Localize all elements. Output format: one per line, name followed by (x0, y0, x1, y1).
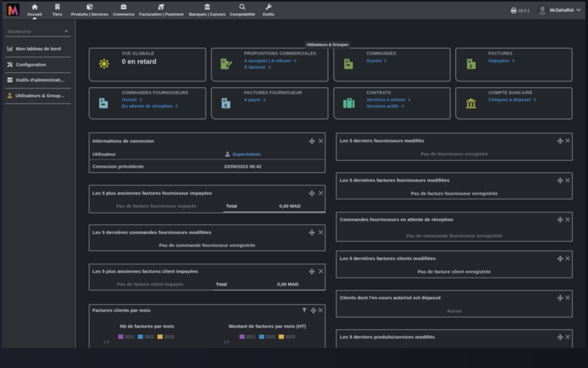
svg-text:$: $ (224, 103, 227, 108)
svg-text:$: $ (470, 63, 473, 69)
